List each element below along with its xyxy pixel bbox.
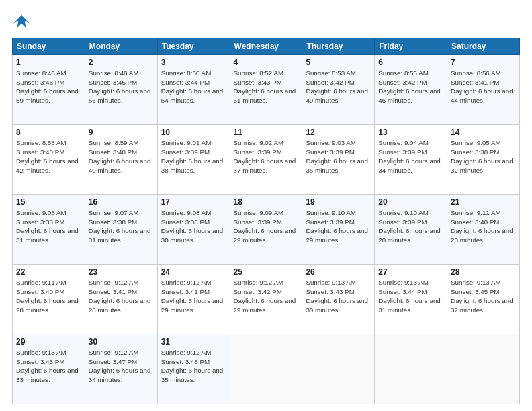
day-number: 15 (16, 197, 81, 207)
weekday-header-tuesday: Tuesday (157, 38, 230, 55)
day-detail: Sunrise: 8:55 AMSunset: 3:42 PMDaylight:… (378, 68, 443, 105)
header (12, 12, 520, 31)
svg-marker-0 (13, 15, 30, 28)
day-cell-22: 22Sunrise: 9:11 AMSunset: 3:40 PMDayligh… (13, 265, 85, 334)
day-detail: Sunrise: 8:46 AMSunset: 3:46 PMDaylight:… (16, 68, 81, 105)
day-cell-8: 8Sunrise: 8:58 AMSunset: 3:40 PMDaylight… (13, 125, 85, 195)
day-number: 25 (234, 267, 299, 277)
day-cell-16: 16Sunrise: 9:07 AMSunset: 3:38 PMDayligh… (85, 195, 157, 265)
day-cell-17: 17Sunrise: 9:08 AMSunset: 3:38 PMDayligh… (157, 195, 230, 265)
day-number: 1 (16, 58, 81, 67)
day-detail: Sunrise: 9:10 AMSunset: 3:39 PMDaylight:… (378, 208, 443, 245)
day-cell-14: 14Sunrise: 9:05 AMSunset: 3:38 PMDayligh… (447, 125, 520, 195)
empty-cell (230, 334, 302, 404)
day-cell-7: 7Sunrise: 8:56 AMSunset: 3:41 PMDaylight… (447, 55, 520, 125)
day-number: 30 (89, 337, 154, 347)
day-cell-2: 2Sunrise: 8:48 AMSunset: 3:45 PMDaylight… (85, 55, 157, 125)
day-number: 17 (161, 197, 226, 207)
day-cell-10: 10Sunrise: 9:01 AMSunset: 3:39 PMDayligh… (157, 125, 230, 195)
day-number: 29 (16, 337, 81, 347)
day-detail: Sunrise: 8:48 AMSunset: 3:45 PMDaylight:… (89, 68, 154, 105)
day-number: 26 (306, 267, 371, 277)
day-detail: Sunrise: 9:02 AMSunset: 3:39 PMDaylight:… (234, 138, 299, 175)
day-cell-29: 29Sunrise: 9:13 AMSunset: 3:46 PMDayligh… (13, 334, 85, 404)
day-number: 4 (234, 58, 299, 67)
page: SundayMondayTuesdayWednesdayThursdayFrid… (0, 0, 532, 411)
day-cell-21: 21Sunrise: 9:11 AMSunset: 3:40 PMDayligh… (447, 195, 520, 265)
day-number: 6 (378, 58, 443, 67)
day-number: 9 (89, 128, 154, 137)
day-detail: Sunrise: 8:59 AMSunset: 3:40 PMDaylight:… (89, 138, 154, 175)
day-detail: Sunrise: 8:52 AMSunset: 3:43 PMDaylight:… (234, 68, 299, 105)
day-cell-1: 1Sunrise: 8:46 AMSunset: 3:46 PMDaylight… (13, 55, 85, 125)
day-number: 19 (306, 197, 371, 207)
weekday-header-monday: Monday (85, 38, 157, 55)
day-cell-5: 5Sunrise: 8:53 AMSunset: 3:42 PMDaylight… (302, 55, 375, 125)
day-detail: Sunrise: 9:06 AMSunset: 3:38 PMDaylight:… (16, 208, 81, 245)
day-detail: Sunrise: 8:53 AMSunset: 3:42 PMDaylight:… (306, 68, 371, 105)
week-row-5: 29Sunrise: 9:13 AMSunset: 3:46 PMDayligh… (13, 334, 520, 404)
day-detail: Sunrise: 9:12 AMSunset: 3:41 PMDaylight:… (161, 278, 226, 315)
day-detail: Sunrise: 8:50 AMSunset: 3:44 PMDaylight:… (161, 68, 226, 105)
day-cell-15: 15Sunrise: 9:06 AMSunset: 3:38 PMDayligh… (13, 195, 85, 265)
day-number: 14 (451, 128, 516, 137)
empty-cell (375, 334, 447, 404)
day-cell-20: 20Sunrise: 9:10 AMSunset: 3:39 PMDayligh… (375, 195, 447, 265)
day-cell-24: 24Sunrise: 9:12 AMSunset: 3:41 PMDayligh… (157, 265, 230, 334)
day-detail: Sunrise: 9:12 AMSunset: 3:42 PMDaylight:… (234, 278, 299, 315)
day-cell-3: 3Sunrise: 8:50 AMSunset: 3:44 PMDaylight… (157, 55, 230, 125)
day-detail: Sunrise: 9:07 AMSunset: 3:38 PMDaylight:… (89, 208, 154, 245)
day-number: 10 (161, 128, 226, 137)
day-cell-26: 26Sunrise: 9:13 AMSunset: 3:43 PMDayligh… (302, 265, 375, 334)
empty-cell (447, 334, 520, 404)
day-cell-4: 4Sunrise: 8:52 AMSunset: 3:43 PMDaylight… (230, 55, 302, 125)
logo (12, 12, 34, 31)
day-number: 2 (89, 58, 154, 67)
day-number: 13 (378, 128, 443, 137)
day-cell-11: 11Sunrise: 9:02 AMSunset: 3:39 PMDayligh… (230, 125, 302, 195)
weekday-header-thursday: Thursday (302, 38, 375, 55)
day-detail: Sunrise: 9:13 AMSunset: 3:43 PMDaylight:… (306, 278, 371, 315)
day-number: 23 (89, 267, 154, 277)
day-detail: Sunrise: 9:08 AMSunset: 3:38 PMDaylight:… (161, 208, 226, 245)
day-cell-18: 18Sunrise: 9:09 AMSunset: 3:39 PMDayligh… (230, 195, 302, 265)
day-detail: Sunrise: 8:56 AMSunset: 3:41 PMDaylight:… (451, 68, 516, 105)
day-number: 16 (89, 197, 154, 207)
day-detail: Sunrise: 9:13 AMSunset: 3:45 PMDaylight:… (451, 278, 516, 315)
day-number: 11 (234, 128, 299, 137)
day-detail: Sunrise: 9:03 AMSunset: 3:39 PMDaylight:… (306, 138, 371, 175)
week-row-3: 15Sunrise: 9:06 AMSunset: 3:38 PMDayligh… (13, 195, 520, 265)
logo-icon (12, 12, 31, 31)
week-row-2: 8Sunrise: 8:58 AMSunset: 3:40 PMDaylight… (13, 125, 520, 195)
day-detail: Sunrise: 9:13 AMSunset: 3:46 PMDaylight:… (16, 348, 81, 385)
day-detail: Sunrise: 9:09 AMSunset: 3:39 PMDaylight:… (234, 208, 299, 245)
week-row-1: 1Sunrise: 8:46 AMSunset: 3:46 PMDaylight… (13, 55, 520, 125)
day-number: 20 (378, 197, 443, 207)
weekday-header-saturday: Saturday (447, 38, 520, 55)
calendar-header: SundayMondayTuesdayWednesdayThursdayFrid… (13, 38, 520, 55)
day-detail: Sunrise: 9:12 AMSunset: 3:47 PMDaylight:… (89, 348, 154, 385)
calendar-table: SundayMondayTuesdayWednesdayThursdayFrid… (12, 38, 520, 404)
day-detail: Sunrise: 9:11 AMSunset: 3:40 PMDaylight:… (451, 208, 516, 245)
day-cell-9: 9Sunrise: 8:59 AMSunset: 3:40 PMDaylight… (85, 125, 157, 195)
calendar-body: 1Sunrise: 8:46 AMSunset: 3:46 PMDaylight… (13, 55, 520, 404)
day-detail: Sunrise: 9:12 AMSunset: 3:41 PMDaylight:… (89, 278, 154, 315)
day-detail: Sunrise: 8:58 AMSunset: 3:40 PMDaylight:… (16, 138, 81, 175)
day-cell-13: 13Sunrise: 9:04 AMSunset: 3:39 PMDayligh… (375, 125, 447, 195)
weekday-header-wednesday: Wednesday (230, 38, 302, 55)
day-cell-28: 28Sunrise: 9:13 AMSunset: 3:45 PMDayligh… (447, 265, 520, 334)
day-detail: Sunrise: 9:04 AMSunset: 3:39 PMDaylight:… (378, 138, 443, 175)
day-cell-6: 6Sunrise: 8:55 AMSunset: 3:42 PMDaylight… (375, 55, 447, 125)
weekday-header-sunday: Sunday (13, 38, 85, 55)
day-number: 18 (234, 197, 299, 207)
day-number: 3 (161, 58, 226, 67)
day-detail: Sunrise: 9:12 AMSunset: 3:48 PMDaylight:… (161, 348, 226, 385)
day-number: 21 (451, 197, 516, 207)
weekday-header-friday: Friday (375, 38, 447, 55)
day-number: 31 (161, 337, 226, 347)
day-number: 12 (306, 128, 371, 137)
day-cell-31: 31Sunrise: 9:12 AMSunset: 3:48 PMDayligh… (157, 334, 230, 404)
day-detail: Sunrise: 9:05 AMSunset: 3:38 PMDaylight:… (451, 138, 516, 175)
day-cell-12: 12Sunrise: 9:03 AMSunset: 3:39 PMDayligh… (302, 125, 375, 195)
week-row-4: 22Sunrise: 9:11 AMSunset: 3:40 PMDayligh… (13, 265, 520, 334)
